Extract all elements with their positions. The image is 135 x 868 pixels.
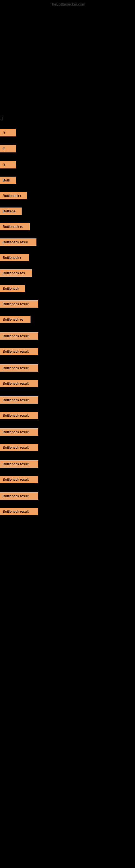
bottleneck-badge[interactable]: Bottleneck result: [0, 332, 38, 340]
bottleneck-badge[interactable]: B: [0, 129, 16, 136]
list-item: Bottleneck result: [0, 492, 135, 500]
list-item: B: [0, 129, 135, 136]
bottleneck-badge[interactable]: B: [0, 161, 16, 168]
bottleneck-badge[interactable]: Bottleneck result: [0, 412, 38, 419]
list-item: Bottleneck result: [0, 508, 135, 515]
list-item: Bottleneck re: [0, 316, 135, 323]
list-item: E: [0, 145, 135, 152]
bottleneck-badge[interactable]: Bottleneck result: [0, 396, 38, 404]
bottleneck-badge[interactable]: Bottleneck r: [0, 254, 29, 261]
bottleneck-badge[interactable]: Bottleneck re: [0, 223, 30, 230]
list-item: Bottlene: [0, 208, 135, 215]
bottleneck-badge[interactable]: Bottleneck result: [0, 300, 38, 308]
bottleneck-badge[interactable]: Bottleneck resul: [0, 239, 37, 246]
list-item: Bottleneck result: [0, 348, 135, 355]
list-item: Bottleneck result: [0, 396, 135, 404]
list-item: Bottleneck: [0, 285, 135, 292]
bottleneck-badge[interactable]: Bottleneck result: [0, 348, 38, 355]
bottleneck-badge[interactable]: Bottleneck result: [0, 476, 38, 483]
list-item: Bottleneck result: [0, 444, 135, 451]
list-item: Bottleneck result: [0, 460, 135, 468]
list-item: Bottleneck result: [0, 412, 135, 419]
bottleneck-badge[interactable]: Bottleneck res: [0, 269, 32, 277]
list-item: Bottleneck result: [0, 476, 135, 483]
bottleneck-badge[interactable]: Bottlene: [0, 208, 21, 215]
site-title: TheBottlenecker.com: [50, 2, 85, 6]
main-content: | B E B Bottl Bottleneck r Bottlene Bott…: [0, 0, 135, 515]
list-item: Bottleneck resul: [0, 239, 135, 246]
bottleneck-badge[interactable]: Bottleneck result: [0, 444, 38, 451]
bottleneck-badge[interactable]: Bottleneck result: [0, 508, 38, 515]
list-item: Bottleneck res: [0, 269, 135, 277]
section-label: |: [1, 115, 3, 122]
bottleneck-badge[interactable]: Bottleneck: [0, 285, 25, 292]
list-item: Bottleneck result: [0, 332, 135, 340]
bottleneck-badge[interactable]: Bottleneck result: [0, 460, 38, 468]
bottleneck-badge[interactable]: Bottleneck result: [0, 380, 38, 387]
list-item: B: [0, 161, 135, 168]
bottleneck-badge[interactable]: E: [0, 145, 16, 152]
list-item: Bottleneck r: [0, 192, 135, 199]
bottleneck-badge[interactable]: Bottleneck result: [0, 364, 38, 372]
bottleneck-badge[interactable]: Bottleneck result: [0, 428, 38, 436]
bottleneck-badge[interactable]: Bottleneck re: [0, 316, 31, 323]
list-item: Bottleneck re: [0, 223, 135, 230]
list-item: Bottleneck result: [0, 300, 135, 308]
list-item: Bottleneck result: [0, 428, 135, 436]
list-item: Bottleneck result: [0, 364, 135, 372]
list-item: Bottleneck r: [0, 254, 135, 261]
bottleneck-badge[interactable]: Bottl: [0, 177, 16, 184]
list-item: Bottl: [0, 177, 135, 184]
list-item: Bottleneck result: [0, 380, 135, 387]
bottleneck-badge[interactable]: Bottleneck result: [0, 492, 38, 500]
bottleneck-badge[interactable]: Bottleneck r: [0, 192, 27, 199]
